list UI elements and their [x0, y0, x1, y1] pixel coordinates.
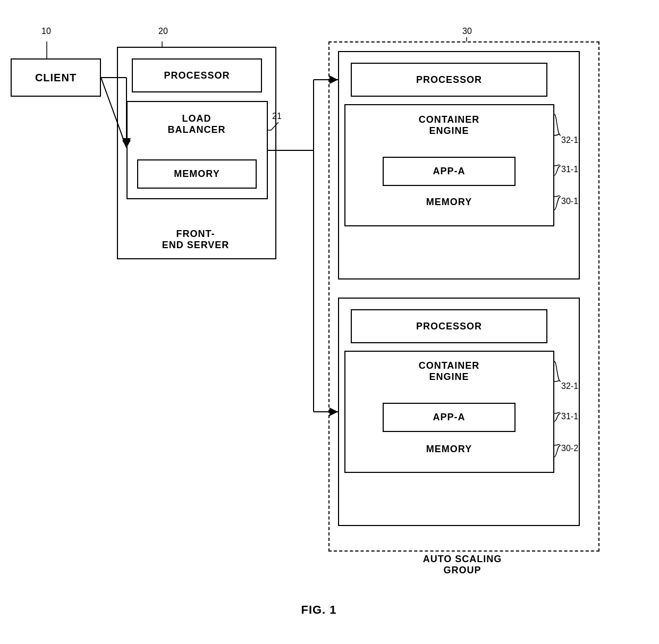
ref-30-1: 30-1: [561, 197, 578, 206]
ref-21: 21: [272, 112, 282, 121]
srv2-processor-label: PROCESSOR: [416, 321, 482, 332]
ref-31-1b: 31-1: [561, 412, 578, 421]
srv2-app-box: APP-A: [383, 403, 516, 432]
srv1-memory-label: MEMORY: [415, 197, 484, 208]
srv1-processor-box: PROCESSOR: [351, 63, 547, 97]
auto-scaling-group-label: AUTO SCALINGGROUP: [372, 554, 553, 576]
diagram: 10 20 30 CLIENT FRONT-END SERVER PROCESS…: [0, 0, 659, 644]
frontend-server-label: FRONT-END SERVER: [137, 228, 254, 251]
srv2-processor-box: PROCESSOR: [351, 309, 547, 343]
ref-30-2: 30-2: [561, 444, 578, 453]
fe-memory-box: MEMORY: [137, 159, 257, 189]
srv2-memory-label: MEMORY: [415, 444, 484, 455]
ref-20: 20: [158, 27, 168, 36]
srv1-container-engine-label: CONTAINERENGINE: [366, 114, 533, 137]
client-label: CLIENT: [35, 72, 77, 84]
fe-processor-box: PROCESSOR: [132, 58, 262, 92]
ref-30: 30: [462, 27, 472, 36]
fig-label: FIG. 1: [266, 603, 372, 617]
ref-31-1a: 31-1: [561, 165, 578, 174]
load-balancer-label: LOADBALANCER: [143, 113, 250, 135]
ref-10: 10: [41, 27, 51, 36]
ref-32-1b: 32-1: [561, 382, 578, 391]
fe-processor-label: PROCESSOR: [164, 70, 230, 81]
client-box: CLIENT: [11, 58, 101, 97]
fe-memory-label: MEMORY: [174, 168, 219, 180]
srv2-container-engine-label: CONTAINERENGINE: [366, 360, 533, 383]
ref-32-1a: 32-1: [561, 135, 578, 145]
srv1-app-label: APP-A: [433, 166, 465, 177]
srv1-processor-label: PROCESSOR: [416, 74, 482, 86]
srv1-app-box: APP-A: [383, 157, 516, 186]
srv2-app-label: APP-A: [433, 412, 465, 423]
